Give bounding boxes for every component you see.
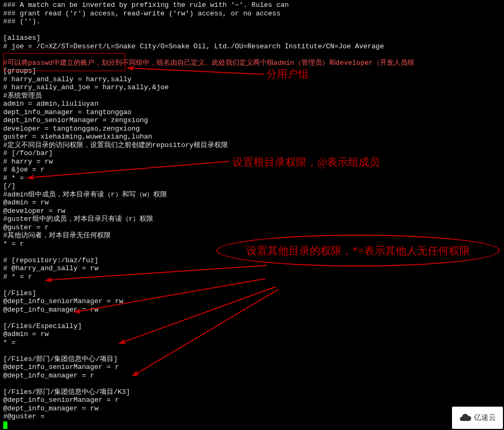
terminal-line-44: @dept_info_seniorManager = r: [3, 363, 501, 372]
terminal-output[interactable]: ### A match can be inverted by prefixing…: [0, 0, 504, 430]
terminal-line-37: @dept_info_manager = rw: [3, 306, 501, 314]
terminal-line-12: admin = admin,liuliuyan: [3, 100, 501, 108]
terminal-line-2: ### ('').: [3, 18, 501, 26]
terminal-line-41: * =: [3, 339, 501, 347]
cursor-icon: [3, 422, 7, 429]
terminal-line-29: * = r: [3, 240, 501, 248]
terminal-line-16: guster = xiehaiming,wuweixiang,luhan: [3, 133, 501, 141]
terminal-line-5: # joe = /C=XZ/ST=Dessert/L=Snake City/O=…: [3, 42, 501, 51]
terminal-line-3: [3, 26, 501, 35]
terminal-line-38: [3, 314, 501, 322]
terminal-line-7: #可以将passwd中建立的账户，划分到不同组中，组名由自己定义。此处我们定义两…: [3, 59, 501, 67]
terminal-line-45: @dept_info_manager = r: [3, 372, 501, 380]
terminal-line-15: developer = tangtonggao,zengxiong: [3, 125, 501, 133]
terminal-line-46: [3, 380, 501, 388]
terminal-line-21: # * =: [3, 174, 501, 183]
terminal-line-20: # &joe = r: [3, 166, 501, 174]
terminal-line-14: dept_info_seniorManager = zengxiong: [3, 116, 501, 125]
terminal-line-24: @admin = rw: [3, 199, 501, 207]
terminal-line-39: [/Files/Especially]: [3, 322, 501, 331]
terminal-cursor-line: [3, 421, 501, 429]
terminal-line-35: [/Files]: [3, 289, 501, 298]
terminal-line-0: ### A match can be inverted by prefixing…: [3, 1, 501, 10]
terminal-line-13: dept_info_manager = tangtonggao: [3, 108, 501, 117]
terminal-line-8: [groups]: [3, 67, 501, 75]
terminal-line-10: # harry_sally_and_joe = harry,sally,&joe: [3, 83, 501, 92]
watermark-text: 亿速云: [474, 413, 496, 423]
terminal-line-18: # [/foo/bar]: [3, 149, 501, 158]
terminal-line-6: [3, 50, 501, 59]
terminal-line-17: #定义不同目录的访问权限，设置我们之前创建的repository根目录权限: [3, 141, 501, 150]
terminal-line-32: # @harry_and_sally = rw: [3, 264, 501, 273]
terminal-line-4: [aliases]: [3, 34, 501, 42]
terminal-line-48: @dept_info_seniorManager = r: [3, 396, 501, 405]
terminal-line-42: [3, 347, 501, 355]
terminal-line-36: @dept_info_seniorManager = rw: [3, 297, 501, 306]
terminal-line-25: @developer = rw: [3, 207, 501, 216]
terminal-line-34: [3, 281, 501, 289]
watermark-logo: 亿速云: [452, 407, 503, 429]
cloud-icon: [459, 411, 472, 424]
terminal-line-11: #系统管理员: [3, 92, 501, 100]
terminal-line-40: @admin = rw: [3, 330, 501, 339]
terminal-line-27: @guster = r: [3, 223, 501, 232]
terminal-line-23: #admin组中成员，对本目录有读（r）和写（w）权限: [3, 191, 501, 199]
terminal-line-9: # harry_and_sally = harry,sally: [3, 75, 501, 84]
terminal-line-22: [/]: [3, 182, 501, 191]
terminal-line-47: [/Files/部门/集团信息中心/项目/K3]: [3, 388, 501, 397]
terminal-line-31: # [repository:/baz/fuz]: [3, 256, 501, 265]
terminal-line-30: [3, 248, 501, 256]
terminal-line-1: ### grant read ('r') access, read-write …: [3, 10, 501, 18]
terminal-line-33: # * = r: [3, 273, 501, 281]
terminal-line-43: [/Files/部门/集团信息中心/项目]: [3, 355, 501, 364]
terminal-line-26: #guster组中的成员，对本目录只有读（r）权限: [3, 215, 501, 223]
terminal-line-50: #@guster =: [3, 412, 501, 421]
terminal-line-28: #其他访问者，对本目录无任何权限: [3, 231, 501, 240]
terminal-line-49: @dept_info_manager = rw: [3, 405, 501, 413]
terminal-line-19: # harry = rw: [3, 158, 501, 166]
